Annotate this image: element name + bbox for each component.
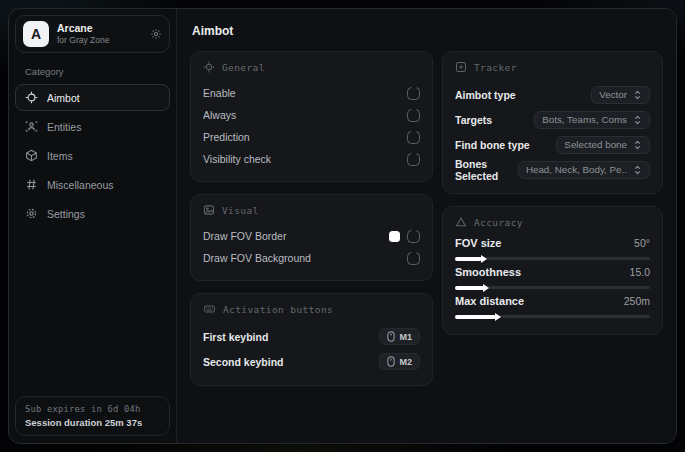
fov-size-slider[interactable]	[455, 257, 650, 260]
hash-icon	[25, 178, 38, 191]
fov-border-color-swatch[interactable]	[389, 231, 400, 242]
slider-value: 250m	[624, 295, 650, 307]
setting-row-prediction: Prediction	[203, 126, 420, 148]
aimbot-type-dropdown[interactable]: Vector	[591, 86, 650, 104]
section-title: Activation buttons	[223, 304, 333, 315]
smoothness-slider[interactable]	[455, 286, 650, 289]
entities-icon	[25, 120, 38, 133]
chevron-up-down-icon	[633, 165, 642, 175]
prediction-checkbox[interactable]	[407, 131, 420, 144]
general-card: General Enable Always Prediction	[190, 51, 433, 182]
mouse-icon	[387, 356, 395, 367]
section-title: Visual	[222, 205, 259, 216]
mouse-icon	[387, 331, 395, 342]
setting-row-first-keybind: First keybind M1	[203, 324, 420, 349]
chevron-up-down-icon	[633, 90, 642, 100]
slider-value: 15.0	[630, 266, 650, 278]
setting-label: Bones Selected	[455, 158, 518, 182]
sidebar-item-label: Aimbot	[47, 92, 80, 104]
slider-label: Smoothness	[455, 266, 521, 278]
sidebar-item-label: Miscellaneous	[47, 179, 114, 191]
crosshair-icon	[203, 61, 215, 73]
slider-max-distance: Max distance 250m	[455, 295, 650, 318]
subscription-status: Sub expires in 6d 04h Session duration 2…	[15, 396, 170, 436]
setting-label: Visibility check	[203, 153, 271, 165]
sidebar-item-label: Entities	[47, 121, 81, 133]
bones-selected-dropdown[interactable]: Head, Neck, Body, Pe..	[518, 161, 650, 179]
image-icon	[203, 204, 215, 216]
first-keybind-button[interactable]: M1	[379, 328, 420, 345]
box-icon	[25, 149, 38, 162]
setting-row-enable: Enable	[203, 82, 420, 104]
sidebar-nav: Aimbot Entities	[15, 84, 170, 227]
chevron-up-down-icon	[633, 140, 642, 150]
accuracy-card: Accuracy FOV size 50° Smoothness	[442, 206, 663, 335]
keybind-value: M1	[399, 332, 412, 342]
setting-label: First keybind	[203, 331, 268, 343]
page-title: Aimbot	[192, 24, 663, 38]
sidebar-item-settings[interactable]: Settings	[15, 200, 170, 227]
keybind-value: M2	[399, 357, 412, 367]
always-checkbox[interactable]	[407, 109, 420, 122]
sidebar-item-entities[interactable]: Entities	[15, 113, 170, 140]
targets-dropdown[interactable]: Bots, Teams, Coms	[534, 111, 650, 129]
setting-label: Find bone type	[455, 139, 530, 151]
tracker-card: Tracker Aimbot type Vector	[442, 51, 663, 194]
second-keybind-button[interactable]: M2	[379, 353, 420, 370]
dropdown-value: Bots, Teams, Coms	[542, 114, 627, 125]
slider-fill[interactable]	[455, 315, 496, 319]
dropdown-value: Selected bone	[564, 139, 627, 150]
sidebar-item-label: Settings	[47, 208, 85, 220]
scan-icon	[455, 61, 467, 73]
setting-row-aimbot-type: Aimbot type Vector	[455, 82, 650, 107]
slider-label: FOV size	[455, 237, 501, 249]
setting-row-draw-fov-border: Draw FOV Border	[203, 225, 420, 247]
slider-value: 50°	[634, 237, 650, 249]
max-distance-slider[interactable]	[455, 315, 650, 318]
setting-row-targets: Targets Bots, Teams, Coms	[455, 107, 650, 132]
sidebar-item-aimbot[interactable]: Aimbot	[15, 84, 170, 111]
chevron-up-down-icon	[633, 115, 642, 125]
find-bone-type-dropdown[interactable]: Selected bone	[556, 136, 650, 154]
setting-label: Enable	[203, 87, 236, 99]
activation-card: Activation buttons First keybind M1	[190, 293, 433, 386]
gear-icon[interactable]	[150, 28, 162, 40]
setting-label: Second keybind	[203, 356, 284, 368]
app-subtitle: for Gray Zone	[57, 35, 109, 46]
sidebar-item-items[interactable]: Items	[15, 142, 170, 169]
sub-expires-text: Sub expires in 6d 04h	[25, 404, 160, 414]
main-panel: Aimbot General Enable	[177, 9, 676, 443]
category-label: Category	[25, 66, 160, 77]
sidebar-item-miscellaneous[interactable]: Miscellaneous	[15, 171, 170, 198]
setting-row-draw-fov-background: Draw FOV Background	[203, 247, 420, 269]
sidebar-item-label: Items	[47, 150, 73, 162]
app-logo: A	[23, 21, 49, 47]
setting-row-always: Always	[203, 104, 420, 126]
setting-label: Always	[203, 109, 236, 121]
enable-checkbox[interactable]	[407, 87, 420, 100]
sidebar: A Arcane for Gray Zone Category	[9, 9, 177, 443]
gear-icon	[25, 207, 38, 220]
visibility-check-checkbox[interactable]	[407, 153, 420, 166]
keyboard-icon	[203, 303, 216, 315]
section-title: General	[222, 62, 265, 73]
session-duration-text: Session duration 25m 37s	[25, 417, 160, 428]
app-name: Arcane	[57, 22, 109, 35]
triangle-icon	[455, 216, 467, 228]
game-backdrop-strip	[0, 443, 685, 452]
setting-label: Targets	[455, 114, 492, 126]
setting-label: Prediction	[203, 131, 250, 143]
slider-label: Max distance	[455, 295, 524, 307]
setting-label: Draw FOV Background	[203, 252, 311, 264]
setting-row-visibility-check: Visibility check	[203, 148, 420, 170]
setting-row-find-bone-type: Find bone type Selected bone	[455, 132, 650, 157]
app-header: A Arcane for Gray Zone	[15, 15, 170, 53]
draw-fov-background-checkbox[interactable]	[407, 252, 420, 265]
overlay-window: A Arcane for Gray Zone Category	[8, 8, 677, 444]
draw-fov-border-checkbox[interactable]	[407, 230, 420, 243]
slider-fill[interactable]	[455, 257, 482, 261]
setting-row-second-keybind: Second keybind M2	[203, 349, 420, 374]
slider-fill[interactable]	[455, 286, 484, 290]
dropdown-value: Head, Neck, Body, Pe..	[526, 164, 627, 175]
setting-label: Draw FOV Border	[203, 230, 286, 242]
